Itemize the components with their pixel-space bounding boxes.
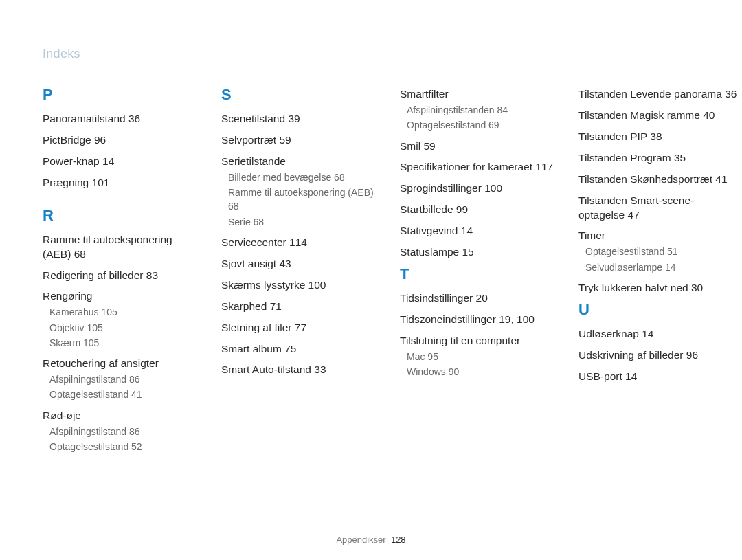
- entry-rengoring: Rengøring Kamerahus 105 Objektiv 105 Skæ…: [43, 289, 202, 350]
- subentry-skaerm: Skærm 105: [49, 336, 202, 350]
- letter-U: U: [578, 302, 738, 317]
- page-footer: Appendikser 128: [0, 535, 742, 545]
- entry-tryk-lukkeren: Tryk lukkeren halvt ned 30: [578, 281, 738, 295]
- entry-stativgevind: Stativgevind 14: [400, 224, 559, 238]
- entry-servicecenter: Servicecenter 114: [221, 236, 381, 250]
- entry-startbillede: Startbillede 99: [400, 203, 559, 217]
- entry-redigering: Redigering af billeder 83: [43, 269, 202, 283]
- letter-R: R: [43, 208, 202, 223]
- entry-levende-panorama: Tilstanden Levende panorama 36: [578, 87, 738, 102]
- subentry-afspilning-86b: Afspilningstilstand 86: [49, 425, 202, 438]
- index-columns: P Panoramatilstand 36 PictBridge 96 Powe…: [43, 87, 699, 460]
- subentry-optagelse-52: Optagelsestilstand 52: [49, 440, 202, 453]
- column-4: Tilstanden Levende panorama 36 Tilstande…: [578, 87, 738, 460]
- subentry-afspilning-86a: Afspilningstilstand 86: [49, 372, 202, 386]
- entry-magisk-ramme: Tilstanden Magisk ramme 40: [578, 109, 738, 123]
- entry-usb-port: USB-port 14: [578, 370, 738, 384]
- entry-tidsindstillinger: Tidsindstillinger 20: [400, 291, 559, 306]
- letter-T: T: [400, 267, 559, 282]
- entry-program: Tilstanden Program 35: [578, 151, 738, 166]
- subentry-optagelse-51: Optagelsestilstand 51: [585, 245, 738, 258]
- subentry-ramme-aeb: Ramme til autoeksponering (AEB) 68: [228, 186, 381, 214]
- entry-timer: Timer Optagelsestilstand 51 Selvudløserl…: [578, 229, 738, 274]
- entry-statuslampe: Statuslampe 15: [400, 245, 559, 260]
- entry-tidszone: Tidszoneindstillinger 19, 100: [400, 313, 559, 327]
- subentry-selvudloserlampe: Selvudløserlampe 14: [585, 260, 738, 274]
- subentry-windows: Windows 90: [407, 365, 559, 379]
- index-page: Indeks P Panoramatilstand 36 PictBridge …: [0, 0, 742, 460]
- entry-smart-scene: Tilstanden Smart-scene-optagelse 47: [578, 194, 738, 223]
- subentry-serie: Serie 68: [228, 215, 381, 229]
- entry-panoramatilstand: Panoramatilstand 36: [43, 112, 202, 126]
- subentry-optagelse-41: Optagelsestilstand 41: [49, 388, 202, 401]
- entry-skonhedsportraet: Tilstanden Skønhedsportræt 41: [578, 172, 738, 187]
- entry-udloserknap: Udløserknap 14: [578, 327, 738, 341]
- entry-sjovt-ansigt: Sjovt ansigt 43: [221, 257, 381, 271]
- entry-selvportraet: Selvportræt 59: [221, 133, 381, 148]
- entry-power-knap: Power-knap 14: [43, 155, 202, 169]
- subentry-afspilning-84: Afspilningstilstanden 84: [407, 103, 559, 117]
- column-3: Smartfilter Afspilningstilstanden 84 Opt…: [400, 87, 559, 460]
- entry-smartfilter: Smartfilter Afspilningstilstanden 84 Opt…: [400, 87, 559, 133]
- entry-skarphed: Skarphed 71: [221, 300, 381, 314]
- page-header: Indeks: [43, 47, 699, 61]
- subentry-billeder-bevaegelse: Billeder med bevægelse 68: [228, 170, 381, 184]
- entry-serietilstande: Serietilstande Billeder med bevægelse 68…: [221, 155, 381, 229]
- entry-smart-auto: Smart Auto-tilstand 33: [221, 363, 381, 377]
- subentry-optagelse-69: Optagelsestilstand 69: [407, 118, 559, 132]
- letter-S: S: [221, 87, 381, 102]
- entry-udskrivning: Udskrivning af billeder 96: [578, 348, 738, 363]
- letter-P: P: [43, 87, 202, 102]
- entry-scenetilstand: Scenetilstand 39: [221, 112, 381, 126]
- subentry-mac: Mac 95: [407, 350, 559, 363]
- footer-section-label: Appendikser: [336, 535, 385, 545]
- entry-smil: Smil 59: [400, 139, 559, 154]
- footer-page-number: 128: [391, 535, 406, 545]
- subentry-objektiv: Objektiv 105: [49, 321, 202, 335]
- entry-retouchering: Retouchering af ansigter Afspilningstils…: [43, 357, 202, 402]
- entry-smart-album: Smart album 75: [221, 342, 381, 357]
- entry-praegning: Prægning 101: [43, 176, 202, 190]
- entry-tilslutning: Tilslutning til en computer Mac 95 Windo…: [400, 334, 559, 379]
- entry-specifikationer: Specifikationer for kameraet 117: [400, 160, 559, 175]
- entry-rod-oje: Rød-øje Afspilningstilstand 86 Optagelse…: [43, 409, 202, 454]
- column-2: S Scenetilstand 39 Selvportræt 59 Seriet…: [221, 87, 381, 460]
- entry-sprogindstillinger: Sprogindstillinger 100: [400, 181, 559, 196]
- subentry-kamerahus: Kamerahus 105: [49, 305, 202, 319]
- column-1: P Panoramatilstand 36 PictBridge 96 Powe…: [43, 87, 202, 460]
- entry-sletning: Sletning af filer 77: [221, 321, 381, 335]
- entry-pip: Tilstanden PIP 38: [578, 130, 738, 144]
- entry-skaerms-lysstyrke: Skærms lysstyrke 100: [221, 278, 381, 293]
- entry-aeb: Ramme til autoeksponering (AEB) 68: [43, 233, 202, 262]
- entry-pictbridge: PictBridge 96: [43, 133, 202, 148]
